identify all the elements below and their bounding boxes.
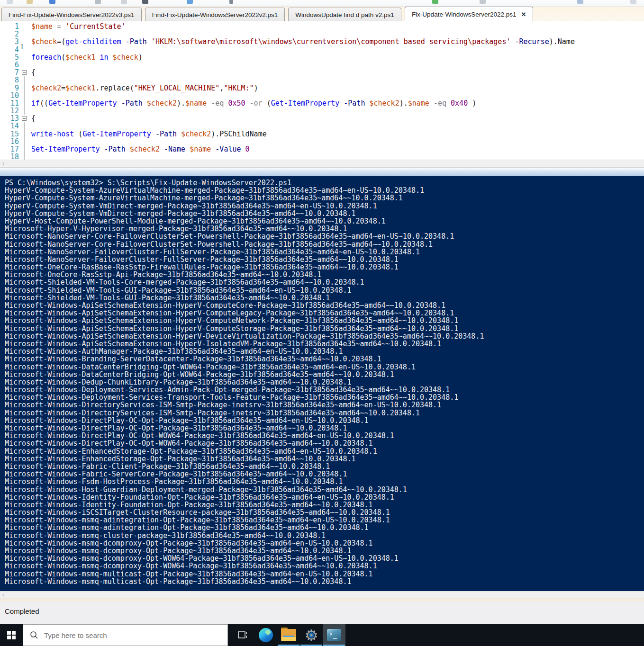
fold-guide-line xyxy=(24,92,25,99)
stop-icon[interactable] xyxy=(480,0,486,4)
console-output-line: Microsoft-Windows-DataCenterBridging-Opt… xyxy=(5,371,484,378)
fold-margin xyxy=(19,61,31,69)
window-layout-icon[interactable] xyxy=(630,0,636,4)
fold-margin xyxy=(19,92,31,99)
console-output-line: Microsoft-Windows-DirectPlay-OC-Opt-WOW6… xyxy=(5,440,484,447)
fold-margin: – xyxy=(19,115,31,122)
console-output-line: Microsoft-OneCore-RasBase-RasSstp-Firewa… xyxy=(5,263,484,271)
fold-margin xyxy=(19,122,31,130)
new-file-icon[interactable] xyxy=(7,0,13,4)
fold-guide-line xyxy=(24,84,25,92)
powershell-icon: ›_ xyxy=(327,629,341,641)
run-script-icon[interactable] xyxy=(432,0,438,4)
editor-tab-1[interactable]: Find-Fix-Update-WindowsServer2022v3.ps1 xyxy=(1,8,142,21)
fold-collapse-icon[interactable]: – xyxy=(22,70,27,75)
code-line-15[interactable]: 15write-host (Get-ItemProperty -Path $ch… xyxy=(0,130,644,138)
line-number: 5 xyxy=(0,54,19,61)
code-line-4[interactable]: 4 xyxy=(0,46,644,54)
tab-bar: Find-Fix-Update-WindowsServer2022v3.ps1F… xyxy=(0,7,644,21)
console-output-line: Microsoft-Windows-Host-Guardian-Deployme… xyxy=(5,486,484,493)
code-text: if((Get-ItemProperty -Path $check2).$nam… xyxy=(31,99,476,107)
code-line-9[interactable]: 9$check2=$check1.replace("HKEY_LOCAL_MAC… xyxy=(0,84,644,92)
task-view-button[interactable] xyxy=(232,624,254,646)
fold-margin xyxy=(19,30,31,38)
line-number: 11 xyxy=(0,99,19,107)
editor-tab-4[interactable]: Fix-Update-WindowsServer2022.ps1✕ xyxy=(405,7,534,21)
line-number: 15 xyxy=(0,130,19,138)
edge-button[interactable] xyxy=(254,624,277,646)
console-output-line: Microsoft-Windows-Identity-Foundation-Op… xyxy=(5,501,484,509)
paste-icon[interactable] xyxy=(142,0,148,4)
console-toggle-icon[interactable] xyxy=(577,0,583,4)
console-output-line: Microsoft-Windows-DirectPlay-OC-Opt-Pack… xyxy=(5,417,484,424)
code-line-16[interactable]: 16 xyxy=(0,138,644,145)
open-icon[interactable] xyxy=(27,0,33,4)
tab-label: Fix-Update-WindowsServer2022.ps1 xyxy=(412,11,517,18)
console-output-line: Microsoft-Windows-Dedup-ChunkLibrary-Pac… xyxy=(5,378,484,386)
line-number: 10 xyxy=(0,92,19,99)
file-explorer-button[interactable] xyxy=(277,624,300,646)
console-horizontal-scrollbar[interactable]: ‹ xyxy=(0,591,644,599)
toolbar-cropped xyxy=(0,0,644,7)
settings-gear-icon: ⚙ xyxy=(303,627,319,643)
start-button[interactable] xyxy=(0,624,23,646)
undo-icon[interactable] xyxy=(187,0,193,4)
cut-icon[interactable] xyxy=(95,0,101,4)
code-line-6[interactable]: 6 xyxy=(0,61,644,69)
code-line-13[interactable]: 13–{ xyxy=(0,115,644,122)
console-output-line: Microsoft-Windows-msmq-dcomproxy-Opt-Pac… xyxy=(5,547,484,555)
line-number: 14 xyxy=(0,122,19,130)
code-line-11[interactable]: 11if((Get-ItemProperty -Path $check2).$n… xyxy=(0,99,644,107)
code-line-5[interactable]: 5foreach($check1 in $check) xyxy=(0,54,644,61)
editor-tab-3[interactable]: WindowsUpdate find d path v2.ps1 xyxy=(288,8,401,21)
console-output-line: Microsoft-Windows-Deployment-Services-Ad… xyxy=(5,386,484,394)
code-line-8[interactable]: 8 xyxy=(0,76,644,84)
code-line-18[interactable]: 18 xyxy=(0,153,644,160)
powershell-ise-window: Find-Fix-Update-WindowsServer2022v3.ps1F… xyxy=(0,0,644,646)
taskbar-search[interactable] xyxy=(23,624,228,646)
console-output-line: Microsoft-Windows-EnhancedStorage-Opt-Pa… xyxy=(5,455,484,463)
code-line-1[interactable]: 1$name = 'CurrentState' xyxy=(0,23,644,30)
code-line-7[interactable]: 7–{ xyxy=(0,69,644,76)
powershell-button[interactable]: ›_ xyxy=(323,624,345,646)
scroll-left-icon[interactable]: ‹ xyxy=(2,592,4,599)
console-output-line: Microsoft-NanoServer-Core-FailoverCluste… xyxy=(5,233,484,240)
console-output-line: Microsoft-Windows-msmq-cluster-package~3… xyxy=(5,532,484,539)
fold-margin xyxy=(19,153,31,160)
code-text: $check=(get-childitem -Path 'HKLM:\softw… xyxy=(31,38,575,45)
console-output-line: HyperV-Compute-System-AzureVirtualMachin… xyxy=(5,194,484,202)
console-output-line: Microsoft-Windows-ApiSetSchemaExtension-… xyxy=(5,302,484,309)
editor-horizontal-scrollbar[interactable]: ‹ xyxy=(0,160,644,167)
settings-button[interactable]: ⚙ xyxy=(300,624,323,646)
copy-icon[interactable] xyxy=(121,0,127,4)
text-cursor-pointer: I xyxy=(21,44,25,50)
console-prompt-line: PS C:\Windows\system32> S:\Scripts\Fix-U… xyxy=(5,179,484,187)
code-line-3[interactable]: 3$check=(get-childitem -Path 'HKLM:\soft… xyxy=(0,38,644,45)
fold-collapse-icon[interactable]: – xyxy=(22,116,27,121)
code-line-2[interactable]: 2 xyxy=(0,30,644,38)
task-view-icon xyxy=(236,628,250,642)
code-line-12[interactable]: 12 xyxy=(0,107,644,115)
fold-guide-line xyxy=(24,138,25,145)
scroll-left-icon[interactable]: ‹ xyxy=(2,160,4,167)
tab-close-icon[interactable]: ✕ xyxy=(521,11,526,18)
dropdown-arrow-icon[interactable] xyxy=(229,0,233,4)
code-line-10[interactable]: 10 xyxy=(0,92,644,99)
search-input[interactable] xyxy=(43,631,187,640)
console-output-line: Microsoft-Windows-Branding-ServerDatacen… xyxy=(5,355,484,363)
code-line-17[interactable]: 17Set-ItemProperty -Path $check2 -Name $… xyxy=(0,145,644,153)
fold-guide-line xyxy=(24,153,25,160)
save-icon[interactable] xyxy=(49,0,55,4)
line-number: 2 xyxy=(0,30,19,38)
line-number: 6 xyxy=(0,61,19,69)
code-text: { xyxy=(31,115,36,122)
script-editor-pane[interactable]: 1$name = 'CurrentState'23$check=(get-chi… xyxy=(0,21,644,160)
console-pane[interactable]: PS C:\Windows\system32> S:\Scripts\Fix-U… xyxy=(0,176,644,591)
code-text: Set-ItemProperty -Path $check2 -Name $na… xyxy=(31,145,250,153)
code-line-14[interactable]: 14 xyxy=(0,122,644,130)
console-output-line: HyperV-Compute-System-VmDirect-merged-Pa… xyxy=(5,210,484,217)
code-text: $check2=$check1.replace("HKEY_LOCAL_MACH… xyxy=(31,84,258,92)
pane-splitter[interactable] xyxy=(0,167,644,176)
console-output-line: Microsoft-Windows-msmq-adintegration-Opt… xyxy=(5,516,484,524)
editor-tab-2[interactable]: Find-Fix-Update-WindowsServer2022v2.ps1 xyxy=(145,8,285,21)
